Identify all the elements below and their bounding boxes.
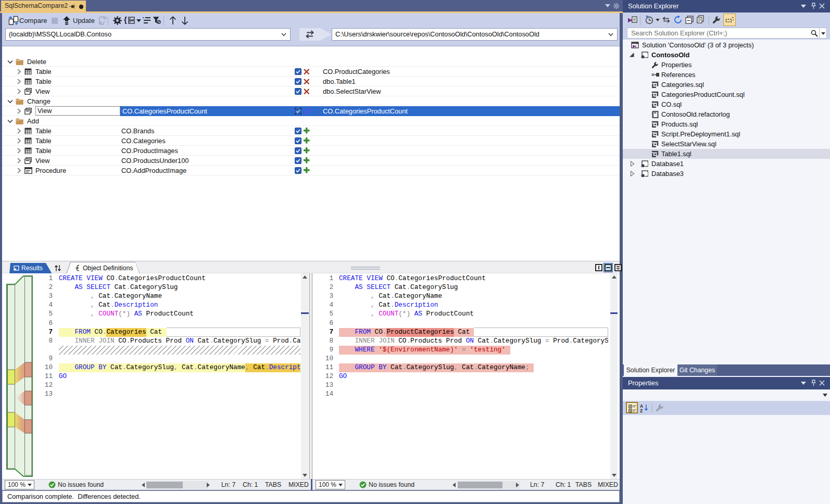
svg-text:Z: Z (640, 408, 643, 413)
